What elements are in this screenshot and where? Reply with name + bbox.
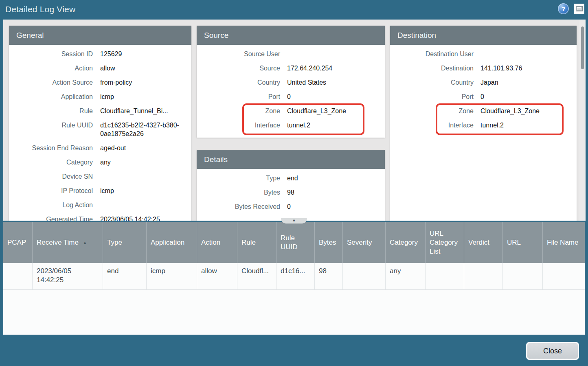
field-row-action: Actionallow [9,64,191,72]
help-icon[interactable]: ? [558,3,569,14]
field-value: 141.101.93.76 [480,64,577,72]
column-header-rule-uuid[interactable]: Rule UUID [276,222,315,263]
field-row-application: Applicationicmp [9,92,191,101]
column-header-receive-time[interactable]: Receive Time▲ [33,222,103,263]
field-value: icmp [100,92,191,101]
field-label: Interface [390,121,474,129]
field-value: 0 [480,92,577,101]
field-row-generated-time: Generated Time2023/06/05 14:42:25 [9,215,191,221]
field-value: 172.64.240.254 [287,64,385,72]
cell-rule-uuid: d1c16... [276,263,315,290]
field-row-ip-protocol: IP Protocolicmp [9,186,191,195]
field-label: Bytes [197,188,280,197]
field-row-rule: RuleCloudflare_Tunnel_Bi... [9,107,191,115]
cell-url [503,263,543,290]
column-header-rule[interactable]: Rule [237,222,276,263]
destination-panel-header: Destination [390,26,577,45]
field-row-interface: Interfacetunnel.2 [390,121,577,129]
field-label: Bytes Received [197,202,280,211]
cell-category: any [386,263,426,290]
column-header-pcap[interactable]: PCAP [3,222,33,263]
field-value: from-policy [100,78,191,87]
field-label: Source User [197,50,280,58]
field-label: Country [197,78,280,87]
field-label: Application [9,92,93,101]
field-value: Japan [480,78,577,87]
cell-rule: Cloudfl... [237,263,276,290]
column-header-category[interactable]: Category [386,222,426,263]
column-header-url[interactable]: URL [503,222,543,263]
scrollbar-track[interactable] [579,20,586,221]
details-panel-body: Typeend Bytes98 Bytes Received0 [197,169,385,211]
field-row-rule-uuid: Rule UUIDd1c16235-b2f2-4327-b380-0ae1875… [9,121,191,138]
field-label: Port [197,92,280,101]
field-label: Interface [197,121,280,129]
field-row-destination: Destination141.101.93.76 [390,64,577,72]
field-value: 0 [287,92,385,101]
field-value [480,50,577,58]
field-label: Device SN [9,172,93,181]
cell-type: end [103,263,147,290]
column-header-bytes[interactable]: Bytes [315,222,343,263]
details-panel: Details Typeend Bytes98 Bytes Received0 [197,150,385,221]
log-table-header: PCAP Receive Time▲ Type Application Acti… [3,222,585,263]
field-label: Session End Reason [9,144,93,152]
field-label: Zone [390,107,474,115]
column-header-action[interactable]: Action [197,222,237,263]
field-row-session-id: Session ID125629 [9,50,191,58]
column-header-verdict[interactable]: Verdict [464,222,503,263]
field-value: any [100,158,191,167]
column-header-file-name[interactable]: File Name [543,222,585,263]
cell-file-name [543,263,585,290]
field-value [287,50,385,58]
scrollbar-thumb[interactable] [581,26,584,69]
field-label: Action Source [9,78,93,87]
field-label: Log Action [9,201,93,209]
title-bar: Detailed Log View ? [0,0,588,20]
field-row-port: Port0 [390,92,577,101]
field-value [100,172,191,181]
field-label: Port [390,92,474,101]
field-row-bytes: Bytes98 [197,188,385,197]
close-button[interactable]: Close [526,342,579,360]
source-panel-body: Source User Source172.64.240.254 Country… [197,45,385,129]
field-label: IP Protocol [9,186,93,195]
cell-url-category-list [426,263,464,290]
field-value: Cloudflare_L3_Zone [287,107,385,115]
field-value: aged-out [100,144,191,152]
field-row-log-action: Log Action [9,201,191,209]
field-label: Destination [390,64,474,72]
field-label: Generated Time [9,215,93,221]
field-label: Rule [9,107,93,115]
column-header-type[interactable]: Type [103,222,147,263]
table-row[interactable]: 2023/06/05 14:42:25 end icmp allow Cloud… [3,263,585,290]
field-label: Destination User [390,50,474,58]
field-value: tunnel.2 [287,121,385,129]
field-value: 0 [287,202,385,211]
field-value: icmp [100,186,191,195]
field-row-country: CountryJapan [390,78,577,87]
field-label: Rule UUID [9,121,93,138]
field-row-session-end-reason: Session End Reasonaged-out [9,144,191,152]
field-row-zone: ZoneCloudflare_L3_Zone [197,107,385,115]
field-row-source-user: Source User [197,50,385,58]
source-panel-header: Source [197,26,385,45]
field-value: 125629 [100,50,191,58]
field-label: Source [197,64,280,72]
field-label: Country [390,78,474,87]
destination-panel: Destination Destination User Destination… [390,26,577,221]
window-glyph [576,6,583,11]
field-row-interface: Interfacetunnel.2 [197,121,385,129]
field-value: 2023/06/05 14:42:25 [100,215,191,221]
column-header-url-category-list[interactable]: URL Category List [426,222,464,263]
cell-application: icmp [147,263,197,290]
collapse-handle[interactable]: ▼ [281,218,307,224]
page-title: Detailed Log View [5,4,75,14]
field-row-port: Port0 [197,92,385,101]
field-label: Session ID [9,50,93,58]
column-header-application[interactable]: Application [147,222,197,263]
column-header-severity[interactable]: Severity [343,222,386,263]
maximize-window-icon[interactable] [574,4,584,14]
log-detail-scroll-area: General Session ID125629 Actionallow Act… [3,20,586,221]
field-row-country: CountryUnited States [197,78,385,87]
